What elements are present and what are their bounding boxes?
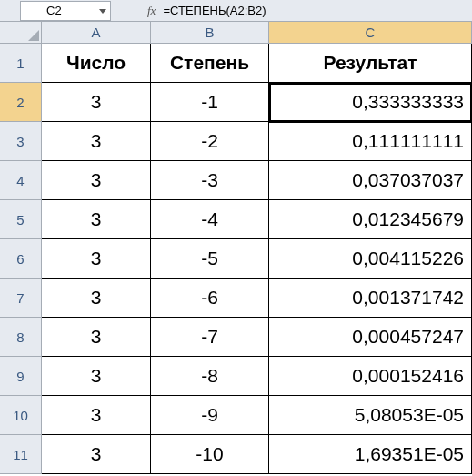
cell-a11[interactable]: 3 bbox=[42, 435, 151, 474]
cell-b10[interactable]: -9 bbox=[151, 396, 269, 435]
cell-a4[interactable]: 3 bbox=[42, 161, 151, 200]
cell-c10[interactable]: 5,08053E-05 bbox=[269, 396, 472, 435]
cell-c4[interactable]: 0,037037037 bbox=[269, 161, 472, 200]
name-box[interactable]: C2 bbox=[20, 1, 111, 21]
cell-c6[interactable]: 0,004115226 bbox=[269, 239, 472, 279]
cell-c2[interactable]: 0,333333333 bbox=[269, 83, 472, 122]
select-all-corner[interactable] bbox=[0, 22, 42, 44]
cell-a6[interactable]: 3 bbox=[42, 239, 151, 279]
formula-section: fx =СТЕПЕНЬ(A2;B2) bbox=[147, 4, 266, 18]
row-header-6[interactable]: 6 bbox=[0, 239, 42, 279]
row-header-7[interactable]: 7 bbox=[0, 279, 42, 318]
col-header-a[interactable]: A bbox=[42, 22, 151, 44]
cell-a10[interactable]: 3 bbox=[42, 396, 151, 435]
cell-b3[interactable]: -2 bbox=[151, 122, 269, 161]
cell-b6[interactable]: -5 bbox=[151, 239, 269, 279]
cell-c1[interactable]: Результат bbox=[269, 44, 472, 83]
cell-a1[interactable]: Число bbox=[42, 44, 151, 83]
row-header-10[interactable]: 10 bbox=[0, 396, 42, 435]
row-header-1[interactable]: 1 bbox=[0, 44, 42, 83]
cell-a3[interactable]: 3 bbox=[42, 122, 151, 161]
cell-c8[interactable]: 0,000457247 bbox=[269, 318, 472, 357]
cell-c11[interactable]: 1,69351E-05 bbox=[269, 435, 472, 474]
cell-c5[interactable]: 0,012345679 bbox=[269, 200, 472, 239]
cell-b5[interactable]: -4 bbox=[151, 200, 269, 239]
cell-b2[interactable]: -1 bbox=[151, 83, 269, 122]
row-header-3[interactable]: 3 bbox=[0, 122, 42, 161]
row-header-9[interactable]: 9 bbox=[0, 357, 42, 396]
cell-b1[interactable]: Степень bbox=[151, 44, 269, 83]
cell-b8[interactable]: -7 bbox=[151, 318, 269, 357]
col-header-b[interactable]: B bbox=[151, 22, 269, 44]
cell-c9[interactable]: 0,000152416 bbox=[269, 357, 472, 396]
cell-c3[interactable]: 0,111111111 bbox=[269, 122, 472, 161]
row-header-4[interactable]: 4 bbox=[0, 161, 42, 200]
row-header-11[interactable]: 11 bbox=[0, 435, 42, 474]
cell-a5[interactable]: 3 bbox=[42, 200, 151, 239]
fx-icon[interactable]: fx bbox=[147, 4, 156, 18]
cell-b4[interactable]: -3 bbox=[151, 161, 269, 200]
cell-b11[interactable]: -10 bbox=[151, 435, 269, 474]
formula-bar: C2 fx =СТЕПЕНЬ(A2;B2) bbox=[0, 0, 472, 22]
row-header-2[interactable]: 2 bbox=[0, 83, 42, 122]
row-header-5[interactable]: 5 bbox=[0, 200, 42, 239]
row-header-8[interactable]: 8 bbox=[0, 318, 42, 357]
name-box-value: C2 bbox=[46, 4, 62, 17]
cell-a8[interactable]: 3 bbox=[42, 318, 151, 357]
col-header-c[interactable]: C bbox=[269, 22, 472, 44]
cell-a9[interactable]: 3 bbox=[42, 357, 151, 396]
cell-a2[interactable]: 3 bbox=[42, 83, 151, 122]
cell-c7[interactable]: 0,001371742 bbox=[269, 279, 472, 318]
spreadsheet-grid: A B C 1 Число Степень Результат 2 3 -1 0… bbox=[0, 22, 472, 474]
cell-b9[interactable]: -8 bbox=[151, 357, 269, 396]
formula-input[interactable]: =СТЕПЕНЬ(A2;B2) bbox=[163, 4, 266, 17]
cell-b7[interactable]: -6 bbox=[151, 279, 269, 318]
cell-a7[interactable]: 3 bbox=[42, 279, 151, 318]
